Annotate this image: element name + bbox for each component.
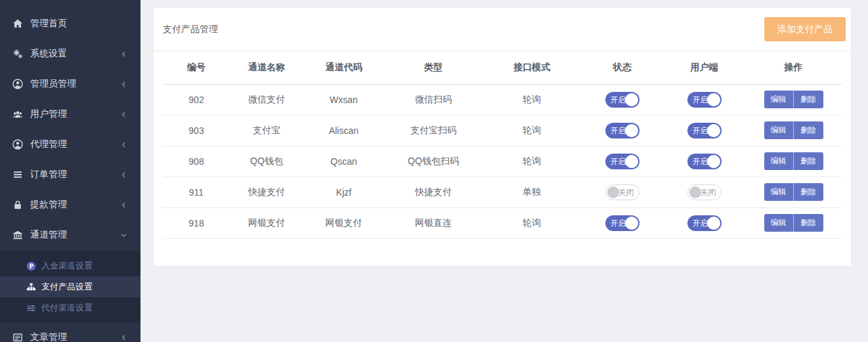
chevron-left-icon [118,200,129,210]
status-toggle[interactable]: 关闭 [605,184,640,200]
cell-status: 开启 [581,115,663,146]
cogs-icon [12,49,23,59]
status-toggle[interactable]: 开启 [605,215,640,231]
column-header: 状态 [581,51,663,84]
sidebar-item-article-management[interactable]: 文章管理 [0,322,141,342]
cell-id: 918 [163,207,230,238]
home-icon [12,18,23,29]
cell-mode: 轮询 [483,207,581,238]
toggle-label: 关闭 [701,188,716,196]
sidebar-item-home[interactable]: 管理首页 [0,9,141,39]
sidebar-subitem-deposit-channel-settings[interactable]: 入金渠道设置 [0,255,141,276]
cell-name: 网银支付 [230,207,303,238]
table-header-row: 编号通道名称通道代码类型接口模式状态用户端操作 [163,51,842,84]
edit-button[interactable]: 编辑 [764,152,794,170]
table-row: 918网银支付网银支付网银直连轮询开启开启编辑删除 [163,207,842,238]
payment-products-table: 编号通道名称通道代码类型接口模式状态用户端操作 902微信支付Wxsan微信扫码… [163,51,842,239]
page-title: 支付产品管理 [163,24,218,35]
sidebar-item-label: 管理员管理 [30,78,76,90]
cell-name: 支付宝 [230,115,303,146]
channel-submenu: 入金渠道设置支付产品设置代付渠道设置 [0,250,141,322]
status-toggle[interactable]: 开启 [605,123,640,139]
toggle-knob [707,93,720,106]
app-root: 管理首页系统设置管理员管理用户管理代理管理订单管理提款管理通道管理入金渠道设置支… [0,0,868,342]
edit-button[interactable]: 编辑 [764,214,794,232]
admin-user-icon [12,79,23,89]
table-row: 911快捷支付Kjzf快捷支付单独关闭关闭编辑删除 [163,177,842,207]
client-toggle[interactable]: 开启 [687,154,722,169]
chevron-left-icon [118,79,129,89]
edit-button[interactable]: 编辑 [764,121,794,139]
cell-actions: 编辑删除 [745,177,842,207]
sidebar-item-label: 通道管理 [30,229,67,241]
status-toggle[interactable]: 开启 [605,92,640,108]
sidebar-item-label: 文章管理 [30,331,67,342]
cell-type: 微信扫码 [384,84,483,115]
list-icon [12,169,23,180]
row-actions: 编辑删除 [764,152,823,170]
sidebar-subitem-label: 入金渠道设置 [41,260,93,272]
sidebar-item-label: 用户管理 [30,108,67,120]
chevron-left-icon [118,139,129,150]
delete-button[interactable]: 删除 [794,91,823,108]
sliders-icon [26,303,36,313]
sidebar-item-label: 系统设置 [30,48,67,60]
delete-button[interactable]: 删除 [794,152,823,170]
sidebar-item-channel-management[interactable]: 通道管理 [0,220,141,250]
toggle-knob [707,155,720,168]
cell-id: 903 [163,115,230,146]
sitemap-icon [26,282,36,292]
cell-code: Qscan [303,146,384,177]
column-header: 接口模式 [483,51,581,84]
toggle-label: 开启 [611,96,626,104]
table-row: 908QQ钱包QscanQQ钱包扫码轮询开启开启编辑删除 [163,146,842,177]
delete-button[interactable]: 删除 [794,183,823,201]
delete-button[interactable]: 删除 [794,121,823,139]
toggle-label: 开启 [693,96,708,104]
chevron-left-icon [118,109,129,119]
sidebar-subitem-payment-product-settings[interactable]: 支付产品设置 [0,276,141,297]
sidebar-item-user-management[interactable]: 用户管理 [0,99,141,129]
edit-button[interactable]: 编辑 [764,183,794,201]
client-toggle[interactable]: 开启 [687,215,722,231]
table-body: 902微信支付Wxsan微信扫码轮询开启开启编辑删除903支付宝Aliscan支… [163,84,842,238]
add-payment-product-button[interactable]: 添加支付产品 [764,17,846,41]
table-row: 903支付宝Aliscan支付宝扫码轮询开启开启编辑删除 [163,115,842,146]
toggle-label: 开启 [693,219,708,227]
delete-button[interactable]: 删除 [794,214,823,232]
cell-id: 902 [163,84,230,115]
client-toggle[interactable]: 关闭 [687,184,722,200]
toggle-label: 开启 [611,158,626,165]
sidebar-item-system-settings[interactable]: 系统设置 [0,39,141,69]
cell-type: QQ钱包扫码 [384,146,483,177]
sidebar-subitem-payout-channel-settings[interactable]: 代付渠道设置 [0,297,141,318]
cell-client: 开启 [663,84,745,115]
chevron-left-icon [118,49,129,59]
sidebar-item-label: 代理管理 [30,139,67,150]
client-toggle[interactable]: 开启 [687,123,722,139]
status-toggle[interactable]: 开启 [605,154,640,169]
cell-status: 开启 [581,84,663,115]
cell-id: 911 [163,177,230,207]
sidebar-item-label: 提款管理 [30,199,67,211]
edit-button[interactable]: 编辑 [764,91,794,108]
toggle-knob [625,155,638,168]
sidebar-nav: 管理首页系统设置管理员管理用户管理代理管理订单管理提款管理通道管理入金渠道设置支… [0,0,141,342]
sidebar-item-order-management[interactable]: 订单管理 [0,160,141,190]
sidebar-item-withdraw-management[interactable]: 提款管理 [0,190,141,220]
table-head: 编号通道名称通道代码类型接口模式状态用户端操作 [163,51,842,84]
column-header: 通道代码 [303,51,384,84]
row-actions: 编辑删除 [764,183,823,201]
cell-client: 开启 [663,207,745,238]
row-actions: 编辑删除 [764,91,823,108]
toggle-label: 开启 [693,158,708,165]
card-header: 支付产品管理 添加支付产品 [154,8,851,51]
payment-products-card: 支付产品管理 添加支付产品 编号通道名称通道代码类型接口模式状态用户端操作 90… [154,8,851,266]
chevron-left-icon [118,169,129,180]
sidebar-item-agent-management[interactable]: 代理管理 [0,129,141,160]
client-toggle[interactable]: 开启 [687,92,722,108]
cell-actions: 编辑删除 [745,146,842,177]
cell-actions: 编辑删除 [745,115,842,146]
p-circle-icon [26,261,36,271]
sidebar-item-admin-management[interactable]: 管理员管理 [0,69,141,99]
